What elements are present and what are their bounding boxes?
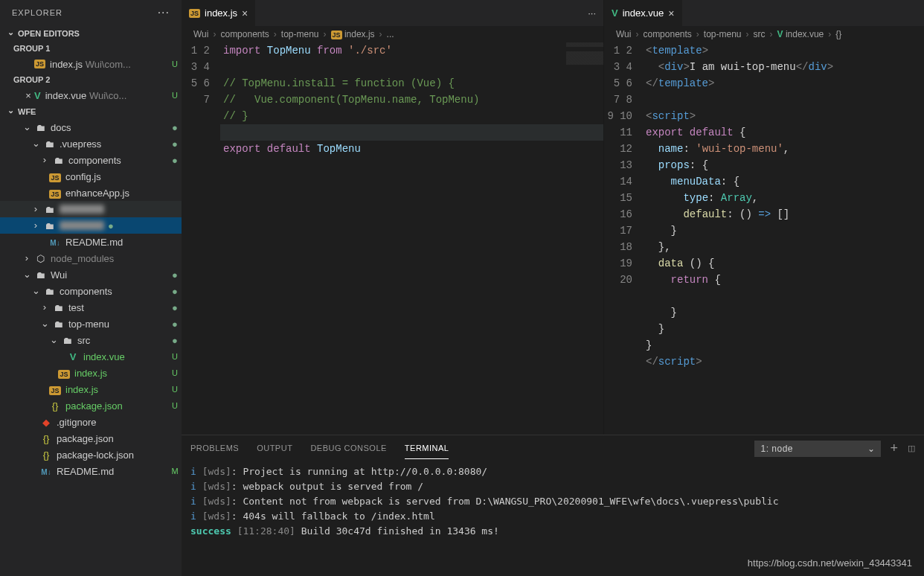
folder-item[interactable]: ⌄🖿components● (0, 283, 182, 299)
json-icon: {} (43, 433, 50, 444)
chevron-icon: › (31, 220, 40, 231)
folder-item[interactable]: ⌄🖿top-menu● (0, 316, 182, 332)
chevron-icon: ⌄ (22, 121, 31, 132)
file-item[interactable]: M↓README.mdM (0, 463, 182, 479)
breadcrumb-item[interactable]: Wui (193, 29, 208, 39)
folder-item[interactable]: ⌄🖿docs● (0, 119, 182, 135)
editor-left: JS index.js × ··· Wui › components › top… (182, 0, 604, 435)
chevron-icon: ⌄ (49, 334, 58, 345)
folder-item[interactable]: ⌄🖿src● (0, 332, 182, 348)
code-area-right[interactable]: 1 2 3 4 5 6 7 8 9 10 11 12 13 14 15 16 1… (604, 42, 924, 435)
breadcrumb-item[interactable]: JS index.js (331, 29, 375, 39)
breadcrumb-right[interactable]: Wui › components › top-menu › src › V in… (604, 26, 924, 42)
json-icon: {} (43, 449, 50, 461)
open-editor-item[interactable]: ×Vindex.vue Wui\co...U (0, 87, 182, 103)
editor-right: V index.vue × Wui › components › top-men… (604, 0, 924, 435)
panel-tab-output[interactable]: OUTPUT (257, 438, 292, 459)
main-area: JS index.js × ··· Wui › components › top… (182, 0, 924, 576)
chevron-down-icon: ⌄ (6, 28, 15, 37)
split-panel-icon[interactable]: ◫ (908, 444, 916, 453)
code-left[interactable]: import TopMenu from './src' // TopMenu.i… (223, 42, 603, 435)
breadcrumb-item[interactable]: V index.vue (777, 29, 824, 39)
gutter-right: 1 2 3 4 5 6 7 8 9 10 11 12 13 14 15 16 1… (604, 42, 646, 435)
md-icon: M↓ (50, 239, 60, 247)
close-icon[interactable]: × (668, 7, 674, 19)
editor-actions-icon[interactable]: ··· (580, 7, 603, 19)
chevron-icon: › (31, 203, 40, 214)
breadcrumb-item[interactable]: src (754, 29, 766, 39)
js-icon: JS (34, 60, 45, 68)
terminal-select[interactable]: 1: node⌄ (754, 441, 881, 457)
open-editors-list: GROUP 1JSindex.js Wui\com...UGROUP 2×Vin… (0, 41, 182, 103)
chevron-icon: › (22, 252, 31, 263)
breadcrumb-item[interactable]: ... (387, 29, 394, 39)
file-item[interactable]: M↓README.md (0, 234, 182, 250)
breadcrumb-item[interactable]: top-menu (281, 29, 319, 39)
file-item[interactable]: JSindex.jsU (0, 381, 182, 397)
folder-item[interactable]: ›⬡node_modules (0, 250, 182, 266)
file-tree: ⌄🖿docs●⌄🖿.vuepress●›🖿components●JSconfig… (0, 119, 182, 576)
file-item[interactable]: JSindex.jsU (0, 365, 182, 381)
code-area-left[interactable]: 1 2 3 4 5 6 7 import TopMenu from './src… (182, 42, 603, 435)
breadcrumb-item[interactable]: {} (835, 29, 841, 39)
panel-tab-terminal[interactable]: TERMINAL (405, 438, 449, 459)
folder-item[interactable]: ›🖿 (0, 201, 182, 217)
folder-icon: 🖿 (34, 122, 46, 133)
vue-icon: V (70, 351, 77, 362)
breadcrumb-item[interactable]: components (220, 29, 269, 39)
minimap[interactable] (566, 42, 603, 87)
file-item[interactable]: {}package.jsonU (0, 397, 182, 414)
folder-icon: 🖿 (52, 319, 64, 330)
editors-split: JS index.js × ··· Wui › components › top… (182, 0, 924, 435)
folder-icon: 🖿 (34, 269, 46, 281)
breadcrumb-item[interactable]: Wui (616, 29, 631, 39)
chevron-icon: ⌄ (22, 269, 31, 280)
chevron-down-icon: ⌄ (6, 106, 15, 115)
file-item[interactable]: {}package-lock.json (0, 447, 182, 463)
close-icon[interactable]: × (242, 7, 248, 19)
chevron-icon: ⌄ (40, 318, 49, 329)
panel-tabs: PROBLEMSOUTPUTDEBUG CONSOLETERMINAL 1: n… (182, 435, 924, 461)
tab-index-js[interactable]: JS index.js × (182, 0, 256, 26)
open-editors-header[interactable]: ⌄ OPEN EDITORS (0, 25, 182, 41)
plus-icon[interactable]: + (890, 441, 898, 456)
folder-item[interactable]: ›🖿test● (0, 299, 182, 316)
folder-icon: 🖿 (43, 138, 55, 150)
explorer-title: EXPLORER (12, 8, 62, 17)
editor-group-label: GROUP 2 (0, 72, 182, 87)
editor-group-label: GROUP 1 (0, 41, 182, 56)
folder-item[interactable]: ⌄🖿Wui● (0, 266, 182, 283)
md-icon: M↓ (41, 468, 51, 476)
folder-icon: ⬡ (34, 253, 46, 264)
file-item[interactable]: {}package.json (0, 430, 182, 447)
js-icon: JS (49, 173, 60, 182)
chevron-down-icon: ⌄ (867, 444, 876, 454)
file-item[interactable]: ◆.gitignore (0, 414, 182, 430)
panel-tab-debug-console[interactable]: DEBUG CONSOLE (310, 438, 386, 459)
file-item[interactable]: JSenhanceApp.js (0, 185, 182, 201)
open-editor-item[interactable]: JSindex.js Wui\com...U (0, 56, 182, 72)
json-icon: {} (52, 400, 59, 412)
tab-index-vue[interactable]: V index.vue × (604, 0, 683, 26)
bottom-panel: PROBLEMSOUTPUTDEBUG CONSOLETERMINAL 1: n… (182, 435, 924, 576)
folder-item[interactable]: ⌄🖿.vuepress● (0, 135, 182, 152)
file-item[interactable]: JSconfig.js (0, 168, 182, 185)
breadcrumb-item[interactable]: top-menu (704, 29, 742, 39)
folder-icon: 🖿 (43, 204, 55, 215)
folder-icon: 🖿 (52, 155, 64, 166)
close-icon[interactable]: × (22, 90, 34, 101)
folder-item[interactable]: ›🖿● (0, 217, 182, 234)
panel-tab-problems[interactable]: PROBLEMS (190, 438, 239, 459)
folder-icon: 🖿 (61, 335, 73, 346)
explorer-sidebar: EXPLORER ··· ⌄ OPEN EDITORS GROUP 1JSind… (0, 0, 182, 576)
folder-item[interactable]: ›🖿components● (0, 152, 182, 168)
js-icon: JS (49, 190, 60, 199)
workspace-header[interactable]: ⌄ WFE (0, 103, 182, 119)
explorer-header: EXPLORER ··· (0, 0, 182, 25)
file-item[interactable]: Vindex.vueU (0, 348, 182, 365)
breadcrumb-item[interactable]: components (643, 29, 691, 39)
more-icon[interactable]: ··· (158, 6, 170, 19)
js-icon: JS (49, 386, 60, 395)
breadcrumb-left[interactable]: Wui › components › top-menu › JS index.j… (182, 26, 603, 42)
code-right[interactable]: <template> <div>I am wui-top-menu</div> … (646, 42, 924, 435)
